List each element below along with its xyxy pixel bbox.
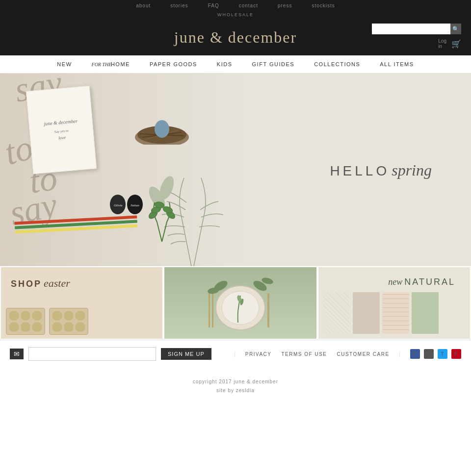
wholesale-link[interactable]: wholesale [217,12,254,17]
footer-copyright: copyright 2017 june & december site by z… [0,368,471,405]
footer-privacy-link[interactable]: PRIVACY [245,351,272,357]
promo-grid: SHOP easter [0,266,471,340]
pinterest-icon[interactable]: p [451,349,461,359]
table-setting-image [164,267,316,339]
search-input[interactable] [372,24,450,34]
svg-text:Olivia: Olivia [114,203,123,207]
facebook-icon[interactable]: f [410,349,420,359]
herbs-decoration [142,193,182,242]
shop-easter-promo[interactable]: SHOP easter [0,266,163,340]
top-bar: about stories FAQ contact press stockist… [0,0,471,11]
top-nav-stockists[interactable]: stockists [312,3,335,8]
site-by-text: site by zesldia [10,386,461,395]
footer-customer-care-link[interactable]: CUSTOMER CARE [337,351,389,357]
egg-cartons [6,308,88,335]
wholesale-bar: wholesale [0,11,471,19]
sign-me-up-button[interactable]: SIGN ME UP [161,348,211,360]
new-label: new [388,277,402,287]
site-title[interactable]: june & december [174,28,297,47]
svg-rect-23 [267,293,269,327]
hero-text: HELLO spring [330,161,432,179]
instagram-icon[interactable]: ◎ [424,349,434,359]
footer-divider-1: | [234,351,235,358]
nav-all-items[interactable]: ALL ITEMS [370,59,423,69]
copyright-text: copyright 2017 june & december [10,377,461,386]
search-button[interactable]: 🔍 [450,24,461,34]
top-nav-faq[interactable]: FAQ [208,3,219,8]
easter-label: easter [44,277,70,289]
top-nav-contact[interactable]: contact [239,3,258,8]
svg-text:Nathan: Nathan [130,204,139,207]
hero-hello-text: HELLO [330,163,390,178]
search-container: 🔍 [372,24,461,34]
footer-terms-link[interactable]: TERMS OF USE [281,351,327,357]
top-nav-about[interactable]: about [136,3,151,8]
newsletter-email-input[interactable] [28,347,156,361]
footer-links: | PRIVACY TERMS OF USE CUSTOMER CARE | f… [234,349,461,359]
nav-home[interactable]: for the HOME [82,59,140,69]
shop-label: SHOP [11,279,42,289]
twitter-icon[interactable]: t [438,349,447,359]
new-natural-text: new NATURAL [388,277,455,287]
svg-rect-22 [212,293,213,327]
nav-gift-guides[interactable]: GIFT GUIDES [242,59,305,69]
footer-divider-2: | [399,351,400,358]
svg-point-5 [155,120,169,138]
new-natural-promo[interactable]: new NATURAL [317,266,471,340]
cart-icon[interactable]: 🛒 [451,39,461,49]
social-icons: f ◎ t p [410,349,461,359]
bird-nest [132,100,191,145]
login-link[interactable]: Login [438,38,446,49]
top-nav-press[interactable]: press [278,3,292,8]
nav-collections[interactable]: COLLECTIONS [304,59,370,69]
hero-spring-text: spring [392,161,432,178]
hero-left-art: say yes to to say Olivia [0,74,245,266]
nav-new[interactable]: NEW [47,59,81,69]
table-svg [191,269,289,337]
top-nav-stories[interactable]: stories [170,3,188,8]
svg-rect-21 [209,293,210,327]
footer-newsletter: ✉ SIGN ME UP | PRIVACY TERMS OF USE CUST… [0,340,471,368]
hero-banner[interactable]: say yes to to say Olivia [0,74,471,266]
invitation-card: june & december Say yes to love [26,86,97,175]
email-icon: ✉ [10,349,24,359]
shop-easter-text: SHOP easter [11,277,70,290]
account-area: Login 🛒 [438,38,461,49]
decorated-eggs: Olivia Nathan [108,191,147,217]
main-nav: NEW for the HOME PAPER GOODS KIDS GIFT G… [0,55,471,74]
header: 🔍 june & december Login 🛒 [0,19,471,55]
table-setting-promo[interactable] [163,266,317,340]
nav-kids[interactable]: KIDS [207,59,242,69]
fabric-swatches [323,292,465,334]
natural-label: NATURAL [404,277,455,287]
nav-paper-goods[interactable]: PAPER GOODS [140,59,207,69]
